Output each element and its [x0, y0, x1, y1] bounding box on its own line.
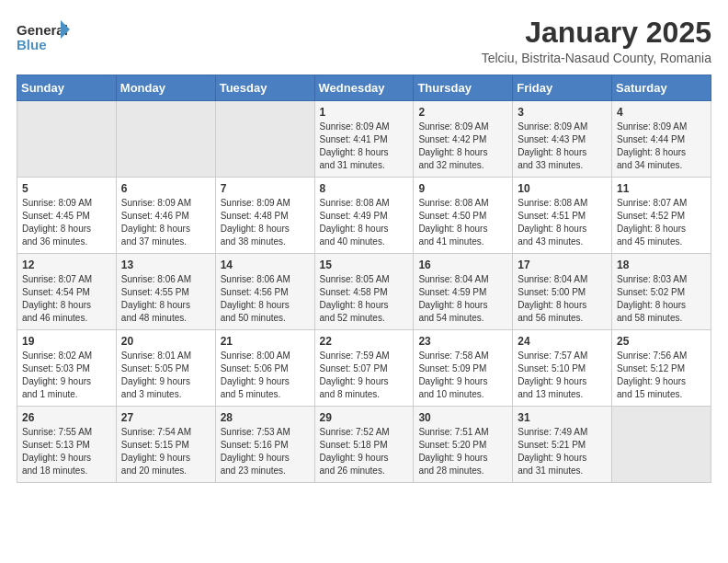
table-row: 12Sunrise: 8:07 AM Sunset: 4:54 PM Dayli…: [17, 254, 117, 330]
day-number: 11: [617, 182, 706, 195]
day-info: Sunrise: 8:07 AM Sunset: 4:54 PM Dayligh…: [22, 273, 111, 325]
table-row: 11Sunrise: 8:07 AM Sunset: 4:52 PM Dayli…: [612, 178, 711, 254]
day-info: Sunrise: 8:09 AM Sunset: 4:44 PM Dayligh…: [617, 121, 706, 172]
day-number: 6: [121, 182, 210, 195]
table-row: 1Sunrise: 8:09 AM Sunset: 4:41 PM Daylig…: [314, 101, 414, 178]
table-row: [116, 101, 215, 178]
day-number: 21: [221, 335, 310, 348]
day-info: Sunrise: 8:00 AM Sunset: 5:06 PM Dayligh…: [221, 350, 310, 401]
day-info: Sunrise: 8:09 AM Sunset: 4:46 PM Dayligh…: [121, 197, 210, 248]
week-row-2: 5Sunrise: 8:09 AM Sunset: 4:45 PM Daylig…: [17, 178, 711, 254]
day-number: 1: [320, 106, 409, 119]
day-number: 7: [221, 182, 310, 195]
col-thursday: Thursday: [414, 75, 513, 101]
day-info: Sunrise: 8:04 AM Sunset: 5:00 PM Dayligh…: [518, 273, 607, 325]
day-info: Sunrise: 7:55 AM Sunset: 5:13 PM Dayligh…: [22, 426, 111, 477]
table-row: 28Sunrise: 7:53 AM Sunset: 5:16 PM Dayli…: [215, 407, 314, 483]
day-number: 9: [418, 182, 507, 195]
table-row: 29Sunrise: 7:52 AM Sunset: 5:18 PM Dayli…: [314, 407, 414, 483]
day-info: Sunrise: 7:49 AM Sunset: 5:21 PM Dayligh…: [518, 426, 607, 477]
week-row-3: 12Sunrise: 8:07 AM Sunset: 4:54 PM Dayli…: [17, 254, 711, 330]
day-number: 20: [121, 335, 210, 348]
day-info: Sunrise: 7:56 AM Sunset: 5:12 PM Dayligh…: [617, 350, 706, 401]
table-row: 14Sunrise: 8:06 AM Sunset: 4:56 PM Dayli…: [215, 254, 314, 330]
day-info: Sunrise: 7:52 AM Sunset: 5:18 PM Dayligh…: [320, 426, 409, 477]
page: General Blue January 2025 Telciu, Bistri…: [0, 0, 728, 563]
day-info: Sunrise: 8:01 AM Sunset: 5:05 PM Dayligh…: [121, 350, 210, 401]
table-row: 17Sunrise: 8:04 AM Sunset: 5:00 PM Dayli…: [513, 254, 612, 330]
month-title: January 2025: [482, 17, 711, 49]
day-info: Sunrise: 8:09 AM Sunset: 4:42 PM Dayligh…: [418, 121, 507, 172]
day-number: 4: [617, 106, 706, 119]
day-number: 29: [320, 411, 409, 424]
day-info: Sunrise: 8:05 AM Sunset: 4:58 PM Dayligh…: [320, 273, 409, 325]
day-number: 22: [320, 335, 409, 348]
table-row: 5Sunrise: 8:09 AM Sunset: 4:45 PM Daylig…: [17, 178, 117, 254]
table-row: 23Sunrise: 7:58 AM Sunset: 5:09 PM Dayli…: [414, 330, 513, 407]
day-info: Sunrise: 8:06 AM Sunset: 4:56 PM Dayligh…: [221, 273, 310, 325]
day-info: Sunrise: 8:06 AM Sunset: 4:55 PM Dayligh…: [121, 273, 210, 325]
logo: General Blue: [17, 17, 72, 57]
day-number: 15: [320, 259, 409, 271]
table-row: 20Sunrise: 8:01 AM Sunset: 5:05 PM Dayli…: [116, 330, 215, 407]
table-row: 18Sunrise: 8:03 AM Sunset: 5:02 PM Dayli…: [612, 254, 711, 330]
day-number: 14: [221, 259, 310, 271]
col-friday: Friday: [513, 75, 612, 101]
col-monday: Monday: [116, 75, 215, 101]
table-row: 16Sunrise: 8:04 AM Sunset: 4:59 PM Dayli…: [414, 254, 513, 330]
table-row: 10Sunrise: 8:08 AM Sunset: 4:51 PM Dayli…: [513, 178, 612, 254]
day-number: 17: [518, 259, 607, 271]
table-row: 31Sunrise: 7:49 AM Sunset: 5:21 PM Dayli…: [513, 407, 612, 483]
table-row: 6Sunrise: 8:09 AM Sunset: 4:46 PM Daylig…: [116, 178, 215, 254]
logo-svg: General Blue: [17, 17, 72, 57]
day-number: 26: [22, 411, 111, 424]
table-row: 9Sunrise: 8:08 AM Sunset: 4:50 PM Daylig…: [414, 178, 513, 254]
table-row: 27Sunrise: 7:54 AM Sunset: 5:15 PM Dayli…: [116, 407, 215, 483]
day-number: 28: [221, 411, 310, 424]
table-row: 2Sunrise: 8:09 AM Sunset: 4:42 PM Daylig…: [414, 101, 513, 178]
day-number: 16: [418, 259, 507, 271]
col-tuesday: Tuesday: [215, 75, 314, 101]
table-row: 24Sunrise: 7:57 AM Sunset: 5:10 PM Dayli…: [513, 330, 612, 407]
day-number: 2: [418, 106, 507, 119]
day-number: 8: [320, 182, 409, 195]
week-row-4: 19Sunrise: 8:02 AM Sunset: 5:03 PM Dayli…: [17, 330, 711, 407]
day-info: Sunrise: 8:08 AM Sunset: 4:51 PM Dayligh…: [518, 197, 607, 248]
svg-text:Blue: Blue: [17, 37, 47, 52]
day-number: 12: [22, 259, 111, 271]
col-saturday: Saturday: [612, 75, 711, 101]
day-info: Sunrise: 7:51 AM Sunset: 5:20 PM Dayligh…: [418, 426, 507, 477]
week-row-5: 26Sunrise: 7:55 AM Sunset: 5:13 PM Dayli…: [17, 407, 711, 483]
table-row: [17, 101, 117, 178]
day-number: 23: [418, 335, 507, 348]
table-row: 15Sunrise: 8:05 AM Sunset: 4:58 PM Dayli…: [314, 254, 414, 330]
day-info: Sunrise: 8:09 AM Sunset: 4:48 PM Dayligh…: [221, 197, 310, 248]
table-row: 4Sunrise: 8:09 AM Sunset: 4:44 PM Daylig…: [612, 101, 711, 178]
day-number: 27: [121, 411, 210, 424]
calendar: Sunday Monday Tuesday Wednesday Thursday…: [17, 75, 711, 483]
day-info: Sunrise: 8:04 AM Sunset: 4:59 PM Dayligh…: [418, 273, 507, 325]
table-row: 22Sunrise: 7:59 AM Sunset: 5:07 PM Dayli…: [314, 330, 414, 407]
table-row: 25Sunrise: 7:56 AM Sunset: 5:12 PM Dayli…: [612, 330, 711, 407]
day-number: 3: [518, 106, 607, 119]
svg-text:General: General: [17, 22, 68, 38]
table-row: 7Sunrise: 8:09 AM Sunset: 4:48 PM Daylig…: [215, 178, 314, 254]
table-row: 30Sunrise: 7:51 AM Sunset: 5:20 PM Dayli…: [414, 407, 513, 483]
day-number: 30: [418, 411, 507, 424]
day-info: Sunrise: 8:03 AM Sunset: 5:02 PM Dayligh…: [617, 273, 706, 325]
table-row: 13Sunrise: 8:06 AM Sunset: 4:55 PM Dayli…: [116, 254, 215, 330]
calendar-header-row: Sunday Monday Tuesday Wednesday Thursday…: [17, 75, 711, 101]
header: General Blue January 2025 Telciu, Bistri…: [17, 17, 711, 65]
day-number: 18: [617, 259, 706, 271]
day-info: Sunrise: 8:09 AM Sunset: 4:43 PM Dayligh…: [518, 121, 607, 172]
day-info: Sunrise: 8:08 AM Sunset: 4:49 PM Dayligh…: [320, 197, 409, 248]
table-row: 19Sunrise: 8:02 AM Sunset: 5:03 PM Dayli…: [17, 330, 117, 407]
day-info: Sunrise: 8:09 AM Sunset: 4:45 PM Dayligh…: [22, 197, 111, 248]
table-row: 21Sunrise: 8:00 AM Sunset: 5:06 PM Dayli…: [215, 330, 314, 407]
day-number: 5: [22, 182, 111, 195]
day-number: 13: [121, 259, 210, 271]
table-row: 3Sunrise: 8:09 AM Sunset: 4:43 PM Daylig…: [513, 101, 612, 178]
week-row-1: 1Sunrise: 8:09 AM Sunset: 4:41 PM Daylig…: [17, 101, 711, 178]
day-info: Sunrise: 7:58 AM Sunset: 5:09 PM Dayligh…: [418, 350, 507, 401]
day-number: 19: [22, 335, 111, 348]
